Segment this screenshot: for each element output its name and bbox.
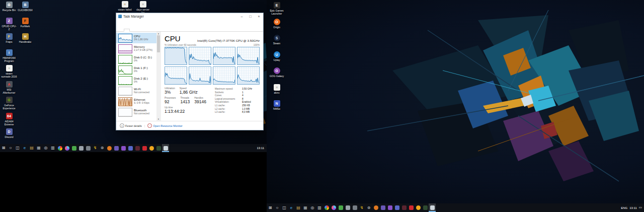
taskbar-icon-green-app[interactable] <box>337 203 344 212</box>
taskbar-icon-task-manager[interactable] <box>429 203 436 212</box>
taskbar-icon-chrome[interactable] <box>56 144 63 152</box>
desktop-icon-label: Recycle Bin <box>3 9 16 12</box>
taskbar-icon-task-view[interactable]: ◫ <box>14 144 21 152</box>
taskbar-icon-indigo-app[interactable] <box>393 203 400 212</box>
taskbar-icon-photos[interactable] <box>63 144 70 152</box>
open-resource-monitor-link[interactable]: ◔ Open Resource Monitor <box>147 123 182 128</box>
taskbar-icon-fraps[interactable]: ↯ <box>358 203 365 212</box>
taskbar-icon-task-view[interactable]: ◫ <box>281 203 288 212</box>
task-manager-window: Task Manager – □ × CPU <box>116 13 264 130</box>
taskbar-icon-settings-gear[interactable]: ⊛ <box>99 144 106 152</box>
sidebar-item-ethernet[interactable]: Ethernet S: 0 R: 0 Kbps <box>116 96 156 107</box>
fewer-details-button[interactable]: ▴ Fewer details <box>120 123 142 128</box>
taskbar-icon-calculator[interactable]: ▥ <box>316 203 323 212</box>
taskbar-icon-chrome[interactable] <box>323 203 330 212</box>
taskbar-icon-dark-red-app[interactable] <box>400 203 408 212</box>
tab[interactable] <box>148 28 154 31</box>
taskbar-icon-green-app[interactable] <box>70 144 77 152</box>
desktop-icon-epic-games-launcher[interactable]: E Epic Games Launcher <box>269 2 285 19</box>
taskbar-icon-emoji-app[interactable] <box>415 203 422 212</box>
sidebar-item-disk1[interactable]: Disk 1 (F:) 0% <box>116 64 156 75</box>
taskbar-icon-dark-green-app[interactable] <box>155 144 162 152</box>
desktop-icon-origin[interactable]: O Origin <box>269 19 285 35</box>
taskbar-icon-photos[interactable] <box>330 203 337 212</box>
taskbar-icon-grey-app[interactable] <box>344 203 351 212</box>
taskbar-icon-edge[interactable]: e <box>21 144 28 152</box>
tab[interactable] <box>154 28 160 31</box>
taskbar-icon-settings-gear[interactable]: ⊛ <box>365 203 372 212</box>
desktop-icon-clickbiosii[interactable]: B CLICKBIOSII <box>17 2 33 18</box>
taskbar-icon-dark-green-app[interactable] <box>422 203 429 212</box>
desktop-icon-discord[interactable]: D Discord <box>1 128 17 145</box>
tab[interactable] <box>118 28 124 31</box>
taskbar-start-button[interactable]: ⊞ <box>267 203 274 212</box>
sidebar-item-disk2[interactable]: Disk 2 (E:) 0% <box>116 75 156 86</box>
taskbar-start-button[interactable]: ⊞ <box>0 144 7 152</box>
taskbar-icon-cpuz[interactable] <box>85 144 92 152</box>
taskbar-icon-fraps[interactable]: ↯ <box>92 144 99 152</box>
desktop-icon-recycle-bin[interactable]: ♻ Recycle Bin <box>1 2 17 18</box>
taskbar-icon-file-explorer[interactable]: ▤ <box>295 203 302 212</box>
scroll-up-icon[interactable]: ▴ <box>158 32 159 35</box>
desktop-icon-abzu[interactable]: ≡ abzu <box>269 84 285 101</box>
desktop-icon-cpu-z[interactable]: Z CPUID CPU-Z <box>1 18 17 34</box>
desktop-icon-steam-sumsale[interactable]: ≡ steam sumsale 2016 <box>1 65 17 81</box>
action-center-icon[interactable]: ▭ <box>639 206 642 209</box>
taskbar-icon-cortana[interactable]: ○ <box>274 203 281 212</box>
taskbar-clock[interactable]: 13:11 <box>257 147 264 150</box>
taskbar-icon-purple-app[interactable] <box>386 203 393 212</box>
taskbar-icon-cpuz[interactable] <box>351 203 358 212</box>
taskbar-icon-store[interactable]: ▦ <box>35 144 42 152</box>
desktop-icon-hwinfo64[interactable]: i HWiNFO64 Program <box>1 49 17 65</box>
taskbar-icon-xbox[interactable]: ◎ <box>309 203 316 212</box>
taskbar-icon-discord[interactable] <box>113 144 120 152</box>
desktop-icon-handbrake[interactable]: H Handbrake <box>17 33 33 49</box>
taskbar-icon-xbox[interactable]: ◎ <box>42 144 49 152</box>
language-indicator[interactable]: ENG <box>621 206 627 209</box>
desktop-icon-geforce-experience[interactable]: G GeForce Experience <box>1 97 17 113</box>
taskbar-icon-aida64[interactable] <box>141 144 148 152</box>
tab[interactable] <box>136 28 142 31</box>
scrollbar-thumb[interactable] <box>157 35 160 52</box>
desktop-icon-steam[interactable]: S Steam <box>269 35 285 51</box>
taskbar-icon-grey-app[interactable] <box>77 144 85 152</box>
taskbar-icon-emoji-app[interactable] <box>148 144 155 152</box>
sidebar-item-bluetooth[interactable]: Bluetooth Not connected <box>116 107 156 117</box>
taskbar-icon-cortana[interactable]: ○ <box>7 144 14 152</box>
desktop-icon-furmark[interactable]: F FurMark <box>17 18 33 34</box>
titlebar[interactable]: Task Manager – □ × <box>116 13 263 20</box>
taskbar-icon-dark-red-app[interactable] <box>134 144 141 152</box>
tab[interactable] <box>130 28 136 31</box>
sidebar-scrollbar[interactable]: ▴ ▾ <box>156 32 160 121</box>
desktop-icon-label: HWiNFO64 Program <box>1 56 17 62</box>
desktop-icon-uplay[interactable]: U Uplay <box>269 51 285 68</box>
sidebar-item-cpu[interactable]: CPU 3% 1,86 GHz <box>116 33 156 43</box>
taskbar-icon-task-manager[interactable] <box>162 144 169 152</box>
sidebar-item-wifi[interactable]: Wi-Fi Not connected <box>116 86 156 96</box>
desktop-icon-nmse[interactable]: N NMSe <box>269 100 285 117</box>
taskbar-icon-purple-app[interactable] <box>120 144 127 152</box>
scroll-down-icon[interactable]: ▾ <box>158 117 159 121</box>
sidebar-item-disk0[interactable]: Disk 0 (C: D:) 0% <box>116 54 156 64</box>
taskbar-pinned-icons: ⊞ ○ ◫ e ▤ ▦ ◎ ▥ <box>267 203 436 212</box>
close-button[interactable]: × <box>255 13 263 20</box>
stat-label: Virtualization: <box>215 101 242 103</box>
taskbar-icon-edge[interactable]: e <box>288 203 295 212</box>
desktop-icon-gog-galaxy[interactable]: G GOG Galaxy <box>269 67 285 84</box>
taskbar-clock[interactable]: 13:11 <box>629 206 637 209</box>
minimize-button[interactable]: – <box>237 13 246 20</box>
taskbar-icon-indigo-app[interactable] <box>127 144 134 152</box>
desktop-icon-aida64-extreme[interactable]: 64 AIDA64 Extreme <box>1 113 17 129</box>
sidebar-item-memory[interactable]: Memory 2,1/7,9 GB (27%) <box>116 43 156 54</box>
desktop-icon-msi-afterburner[interactable]: A MSI Afterburner <box>1 81 17 97</box>
taskbar-icon-file-explorer[interactable]: ▤ <box>28 144 35 152</box>
maximize-button[interactable]: □ <box>246 13 255 20</box>
desktop-icon-fraps[interactable]: F Fraps <box>1 33 17 49</box>
taskbar-icon-orange-app[interactable] <box>372 203 379 212</box>
taskbar-icon-aida64[interactable] <box>408 203 415 212</box>
taskbar-icon-store[interactable]: ▦ <box>302 203 309 212</box>
taskbar-icon-calculator[interactable]: ▥ <box>49 144 56 152</box>
tab[interactable] <box>142 28 148 31</box>
taskbar-icon-orange-app[interactable] <box>106 144 113 152</box>
taskbar-icon-discord[interactable] <box>379 203 386 212</box>
